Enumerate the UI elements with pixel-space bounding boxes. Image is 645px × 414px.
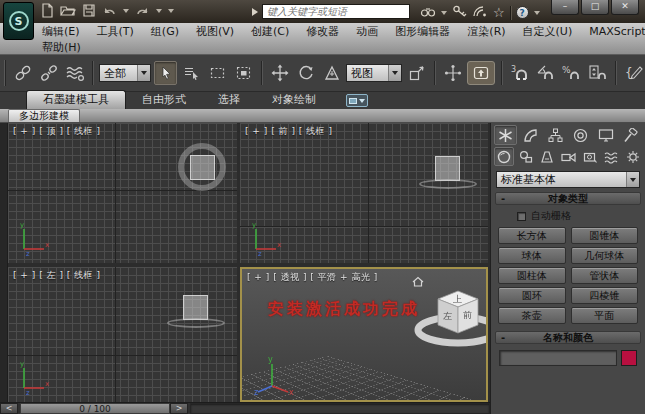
application-menu-button[interactable]: S	[3, 2, 34, 40]
button-teapot[interactable]: 茶壶	[498, 307, 566, 324]
edit-named-selection-sets-icon[interactable]: {	[622, 61, 645, 85]
object-category-dropdown[interactable]: 标准基本体	[496, 171, 640, 188]
help-dropdown-caret[interactable]	[534, 11, 540, 15]
percent-snap-toggle-icon[interactable]: %	[560, 61, 583, 85]
tab-motion[interactable]	[569, 125, 592, 145]
spinner-snap-toggle-icon[interactable]	[586, 61, 609, 85]
menu-edit[interactable]: 编辑(E)	[42, 24, 80, 39]
time-slider-track[interactable]	[190, 403, 490, 414]
object-name-input[interactable]	[499, 350, 617, 366]
menu-views[interactable]: 视图(V)	[196, 24, 234, 39]
select-object-button[interactable]	[154, 61, 177, 85]
selection-filter-caret[interactable]	[137, 65, 150, 81]
previous-frame-button[interactable]: <	[0, 403, 18, 414]
search-input[interactable]	[262, 4, 410, 19]
viewcube-left-face[interactable]	[183, 295, 208, 320]
viewport-front[interactable]: [ + ] [ 前 ] [ 线框 ] y x z	[240, 123, 488, 263]
reference-coordinate-caret[interactable]	[388, 65, 401, 81]
ribbon-panel-polygon-modeling[interactable]: 多边形建模	[8, 109, 80, 122]
viewport-left[interactable]: [ + ] [ 左 ] [ 线框 ] y x z	[8, 267, 237, 402]
category-cameras[interactable]	[558, 147, 578, 166]
snap-toggle-3d-icon[interactable]: 3	[508, 61, 531, 85]
select-and-scale-icon[interactable]	[320, 61, 343, 85]
viewcube[interactable]: 上 左 前	[410, 283, 488, 349]
object-category-caret[interactable]	[626, 172, 639, 187]
keyboard-shortcut-override-toggle[interactable]	[467, 61, 495, 85]
menu-customize[interactable]: 自定义(U)	[523, 24, 573, 39]
ribbon-tab-freeform[interactable]: 自由形式	[126, 91, 202, 109]
select-and-rotate-icon[interactable]	[294, 61, 317, 85]
tab-create[interactable]	[494, 125, 517, 145]
viewport-top-label[interactable]: [ + ] [ 顶 ] [ 线框 ]	[13, 125, 101, 138]
communication-center-icon[interactable]	[472, 3, 488, 22]
use-pivot-point-icon[interactable]	[405, 61, 428, 85]
menu-group[interactable]: 组(G)	[151, 24, 179, 39]
viewcube-ring[interactable]	[419, 179, 477, 189]
redo-icon[interactable]	[135, 4, 150, 18]
search-binoculars-icon[interactable]	[420, 3, 436, 22]
ribbon-tab-selection[interactable]: 选择	[202, 91, 256, 109]
button-geosphere[interactable]: 几何球体	[571, 247, 639, 264]
favorites-star-icon[interactable]: ☆	[493, 6, 505, 19]
tab-hierarchy[interactable]	[544, 125, 567, 145]
selection-filter-dropdown[interactable]: 全部	[99, 64, 151, 82]
ribbon-tab-graphite[interactable]: 石墨建模工具	[26, 90, 126, 109]
category-space-warps[interactable]	[601, 147, 621, 166]
select-and-link-icon[interactable]	[11, 61, 34, 85]
redo-dropdown-caret[interactable]	[156, 9, 162, 13]
menu-create[interactable]: 创建(C)	[251, 24, 289, 39]
rectangular-selection-region-icon[interactable]	[206, 61, 229, 85]
undo-dropdown-caret[interactable]	[123, 9, 129, 13]
bind-to-space-warp-icon[interactable]	[63, 61, 86, 85]
new-file-icon[interactable]	[40, 3, 54, 18]
object-color-swatch[interactable]	[621, 350, 637, 366]
select-and-manipulate-icon[interactable]	[441, 61, 464, 85]
viewcube-front-face[interactable]	[435, 156, 460, 181]
menu-rendering[interactable]: 渲染(R)	[467, 24, 505, 39]
maximize-button[interactable]: □	[581, 0, 609, 15]
autogrid-checkbox[interactable]	[517, 212, 526, 221]
next-frame-button[interactable]: >	[170, 403, 188, 414]
minimize-button[interactable]: –	[551, 0, 579, 15]
category-lights[interactable]	[537, 147, 557, 166]
button-plane[interactable]: 平面	[571, 307, 639, 324]
button-cylinder[interactable]: 圆柱体	[498, 267, 566, 284]
menu-maxscript[interactable]: MAXScript(M)	[589, 25, 645, 38]
window-crossing-icon[interactable]	[232, 61, 255, 85]
button-tube[interactable]: 管状体	[571, 267, 639, 284]
menu-graph-editors[interactable]: 图形编辑器	[395, 24, 450, 39]
viewport-top[interactable]: [ + ] [ 顶 ] [ 线框 ] y x z	[8, 123, 237, 263]
angle-snap-toggle-icon[interactable]	[534, 61, 557, 85]
help-icon[interactable]: ?	[516, 6, 529, 19]
menu-tools[interactable]: 工具(T)	[97, 24, 134, 39]
time-slider-handle[interactable]: 0 / 100	[20, 403, 170, 414]
rollout-object-type[interactable]: - 对象类型	[495, 192, 641, 205]
category-helpers[interactable]	[580, 147, 600, 166]
tab-utilities[interactable]	[619, 125, 642, 145]
open-file-icon[interactable]	[60, 3, 76, 18]
button-torus[interactable]: 圆环	[498, 287, 566, 304]
ribbon-minimize-button[interactable]	[346, 94, 368, 107]
save-file-icon[interactable]	[82, 3, 96, 18]
tab-display[interactable]	[594, 125, 617, 145]
viewcube-top-face[interactable]	[190, 155, 215, 180]
search-options-caret[interactable]	[441, 11, 447, 15]
button-box[interactable]: 长方体	[498, 227, 566, 244]
button-cone[interactable]: 圆锥体	[571, 227, 639, 244]
category-shapes[interactable]	[515, 147, 535, 166]
button-sphere[interactable]: 球体	[498, 247, 566, 264]
rollout-name-color[interactable]: - 名称和颜色	[495, 331, 641, 344]
menu-help[interactable]: 帮助(H)	[42, 40, 81, 55]
undo-icon[interactable]	[102, 4, 117, 18]
button-pyramid[interactable]: 四棱锥	[571, 287, 639, 304]
reference-coordinate-dropdown[interactable]: 视图	[346, 64, 402, 82]
unlink-selection-icon[interactable]	[37, 61, 60, 85]
viewport-perspective[interactable]: [ + ] [ 透视 ] [ 平滑 + 高光 ] 安装激活成功完成 上 左 前 …	[240, 267, 488, 402]
viewcube-ring[interactable]	[167, 318, 225, 328]
viewport-perspective-label[interactable]: [ + ] [ 透视 ] [ 平滑 + 高光 ]	[247, 271, 378, 284]
key-icon[interactable]	[452, 3, 467, 22]
viewport-left-label[interactable]: [ + ] [ 左 ] [ 线框 ]	[13, 269, 101, 282]
tab-modify[interactable]	[519, 125, 542, 145]
select-by-name-icon[interactable]	[180, 61, 203, 85]
close-button[interactable]: ✕	[611, 0, 639, 15]
